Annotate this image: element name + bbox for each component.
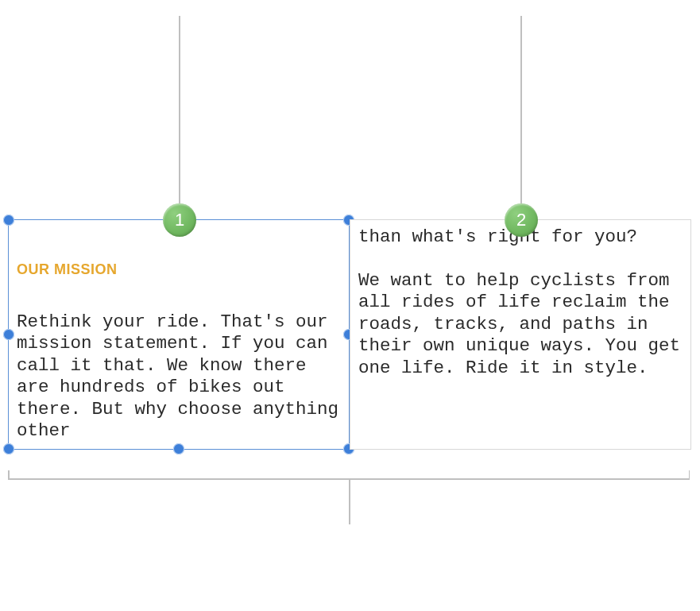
textbox-2-content: than what's right for you? We want to he… [358, 226, 683, 443]
leader-line-2 [520, 16, 522, 203]
selection-handle[interactable] [3, 215, 14, 226]
callout-badge-1: 1 [163, 203, 196, 237]
textbox-1-content: OUR MISSION Rethink your ride. That's ou… [17, 226, 341, 443]
selection-handle[interactable] [3, 329, 14, 340]
textbox-1-selected[interactable]: OUR MISSION Rethink your ride. That's ou… [8, 219, 350, 450]
leader-line-1 [179, 16, 180, 203]
textbox-2-body: than what's right for you? We want to he… [358, 226, 683, 379]
span-bracket [8, 470, 690, 489]
textbox-2-linked[interactable]: than what's right for you? We want to he… [350, 219, 691, 450]
textbox-1-heading: OUR MISSION [17, 261, 341, 278]
diagram-canvas: OUR MISSION Rethink your ride. That's ou… [0, 0, 700, 611]
linked-textboxes: OUR MISSION Rethink your ride. That's ou… [8, 219, 691, 450]
selection-handle[interactable] [173, 443, 184, 454]
callout-badge-2: 2 [505, 203, 538, 237]
selection-handle[interactable] [3, 443, 14, 454]
textbox-1-body: Rethink your ride. That's our mission st… [17, 311, 341, 443]
